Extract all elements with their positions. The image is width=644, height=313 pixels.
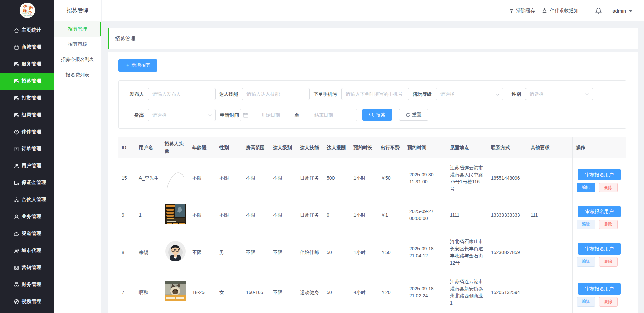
- svg-text:BAN BAN DA ZI: BAN BAN DA ZI: [24, 14, 34, 16]
